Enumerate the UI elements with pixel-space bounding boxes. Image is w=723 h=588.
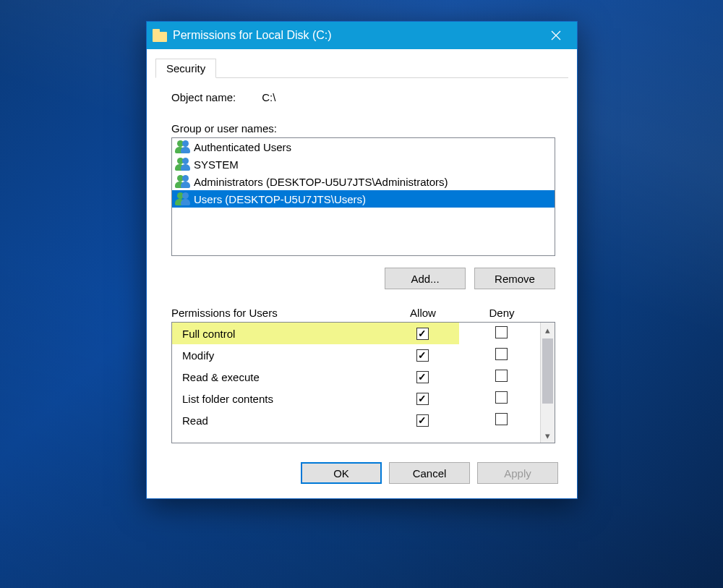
remove-button[interactable]: Remove [474, 268, 555, 289]
users-icon [175, 192, 191, 205]
cancel-button[interactable]: Cancel [389, 462, 470, 484]
users-icon [175, 140, 191, 153]
window-title: Permissions for Local Disk (C:) [173, 29, 539, 42]
group-item-label: SYSTEM [194, 158, 239, 171]
apply-button[interactable]: Apply [477, 462, 558, 484]
permissions-header-allow: Allow [383, 307, 463, 319]
group-item[interactable]: SYSTEM [172, 155, 555, 173]
permission-name: Full control [179, 326, 238, 341]
dialog-body: Security Object name: C:\ Group or user … [147, 49, 577, 498]
permissions-header-deny: Deny [463, 307, 541, 319]
tab-content: Object name: C:\ Group or user names: Au… [155, 78, 568, 451]
group-item-label: Administrators (DESKTOP-U5U7JTS\Administ… [194, 176, 448, 188]
deny-checkbox[interactable] [495, 413, 508, 425]
permission-row: Read [172, 409, 540, 431]
close-button[interactable] [539, 25, 573, 46]
permission-row: List folder contents [172, 388, 540, 409]
scroll-thumb[interactable] [542, 338, 553, 404]
permission-name: Read & execute [182, 371, 260, 383]
titlebar[interactable]: Permissions for Local Disk (C:) [147, 22, 577, 49]
permissions-rows: Full controlModifyRead & executeList fol… [172, 323, 540, 443]
object-value: C:\ [262, 91, 275, 103]
group-item[interactable]: Authenticated Users [172, 138, 555, 155]
permissions-scrollbar[interactable]: ▴ ▾ [540, 323, 555, 443]
permission-name: Modify [182, 349, 214, 362]
group-item[interactable]: Users (DESKTOP-U5U7JTS\Users) [172, 190, 555, 208]
permissions-header-name: Permissions for Users [171, 307, 383, 319]
scroll-up-arrow-icon[interactable]: ▴ [541, 323, 555, 337]
group-item-label: Users (DESKTOP-U5U7JTS\Users) [194, 193, 366, 205]
deny-checkbox[interactable] [495, 348, 508, 360]
add-button[interactable]: Add... [385, 268, 466, 289]
permission-row: Modify [172, 344, 540, 366]
deny-checkbox[interactable] [495, 326, 508, 338]
close-icon [551, 30, 561, 41]
users-icon [175, 175, 191, 188]
users-icon [175, 158, 191, 171]
allow-checkbox[interactable] [416, 393, 429, 405]
dialog-footer: OK Cancel Apply [155, 451, 568, 488]
tab-security[interactable]: Security [155, 59, 216, 78]
permission-row: Full control [172, 323, 540, 344]
object-label: Object name: [171, 91, 236, 103]
permission-name: Read [182, 414, 208, 427]
group-item[interactable]: Administrators (DESKTOP-U5U7JTS\Administ… [172, 173, 555, 190]
deny-checkbox[interactable] [495, 391, 508, 404]
folder-icon [153, 29, 167, 42]
deny-checkbox[interactable] [495, 370, 508, 382]
allow-checkbox[interactable] [416, 414, 429, 427]
group-item-label: Authenticated Users [194, 141, 291, 153]
group-button-row: Add... Remove [171, 268, 555, 289]
tabstrip: Security [155, 56, 568, 78]
allow-checkbox[interactable] [416, 349, 429, 362]
desktop-background: Permissions for Local Disk (C:) Security… [0, 0, 723, 588]
scroll-down-arrow-icon[interactable]: ▾ [541, 428, 555, 443]
permissions-dialog: Permissions for Local Disk (C:) Security… [146, 21, 578, 499]
permission-name: List folder contents [182, 393, 273, 405]
groups-listbox[interactable]: Authenticated UsersSYSTEMAdministrators … [171, 137, 555, 256]
allow-checkbox[interactable] [416, 371, 429, 383]
permissions-header: Permissions for Users Allow Deny [171, 307, 555, 319]
permissions-listbox: Full controlModifyRead & executeList fol… [171, 322, 555, 443]
ok-button[interactable]: OK [301, 462, 382, 484]
groups-label: Group or user names: [171, 122, 555, 135]
permission-row: Read & execute [172, 366, 540, 388]
object-row: Object name: C:\ [171, 91, 555, 103]
allow-checkbox[interactable] [416, 328, 429, 340]
